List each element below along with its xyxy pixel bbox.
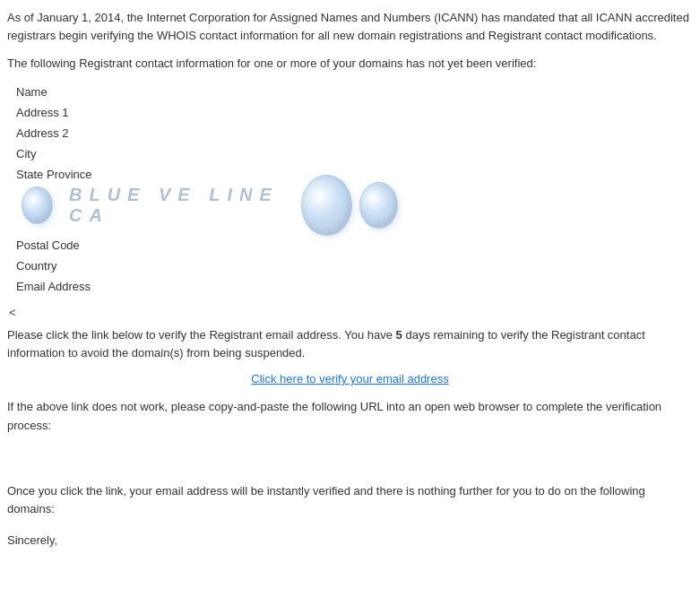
field-address1: Address 1 <box>11 102 693 123</box>
fallback-paragraph: If the above link does not work, please … <box>7 398 693 436</box>
field-postal-code: Postal Code <box>11 235 693 256</box>
captcha-text: BLUE VE LINE CA <box>69 185 285 226</box>
following-paragraph: The following Registrant contact informa… <box>7 55 693 73</box>
verify-link-container: Click here to verify your email address <box>7 372 693 385</box>
field-state-province: State Province BLUE VE LINE CA <box>11 164 693 235</box>
back-arrow: < <box>7 306 693 319</box>
url-area <box>7 450 693 468</box>
bubble-icon-2 <box>301 175 351 236</box>
bubble-icon-3 <box>359 182 398 229</box>
field-country: Country <box>11 256 693 276</box>
field-city: City <box>11 143 693 164</box>
captcha-image: BLUE VE LINE CA <box>22 175 398 236</box>
sincerely-text: Sincerely, <box>7 533 693 547</box>
contact-fields-list: Name Address 1 Address 2 City State Prov… <box>7 82 693 297</box>
once-paragraph: Once you click the link, your email addr… <box>7 482 693 520</box>
field-address2: Address 2 <box>11 123 693 143</box>
intro-paragraph: As of January 1, 2014, the Internet Corp… <box>7 9 693 44</box>
verify-email-link[interactable]: Click here to verify your email address <box>251 372 448 385</box>
verify-paragraph: Please click the link below to verify th… <box>7 326 693 364</box>
days-remaining: 5 <box>396 328 402 342</box>
field-name: Name <box>11 82 693 102</box>
bubble-icon-1 <box>22 186 53 224</box>
field-email: Email Address <box>11 276 693 297</box>
